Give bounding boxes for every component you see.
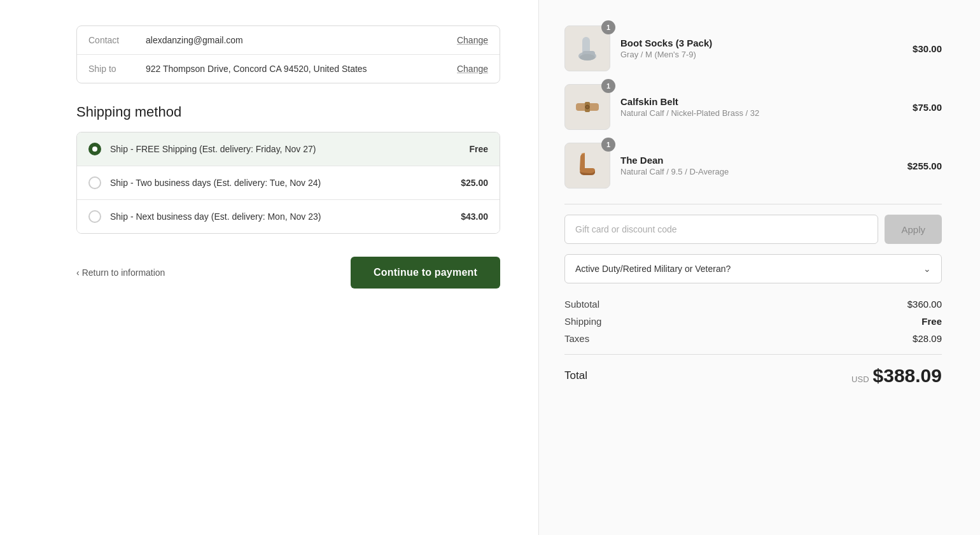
discount-code-input[interactable] [564,215,878,244]
ship-change-link[interactable]: Change [457,64,488,74]
shipping-method-title: Shipping method [76,104,500,120]
currency-label: USD [851,374,869,384]
option-next-day-label: Ship - Next business day (Est. delivery:… [110,211,461,222]
shipping-options: Ship - FREE Shipping (Est. delivery: Fri… [76,132,500,234]
order-item-boot-socks: 1 Boot Socks (3 Pack) Gray / M (Men's 7-… [564,25,942,71]
grand-total-row: Total USD $388.09 [564,365,942,387]
apply-button[interactable]: Apply [885,215,942,244]
shipping-option-free[interactable]: Ship - FREE Shipping (Est. delivery: Fri… [77,132,500,166]
totals-divider [564,354,942,355]
contact-row: Contact alexdanzing@gmail.com Change [77,26,500,54]
return-to-information-link[interactable]: ‹ Return to information [76,268,165,278]
subtotal-row: Subtotal $360.00 [564,299,942,310]
boot-socks-info: Boot Socks (3 Pack) Gray / M (Men's 7-9) [620,38,902,59]
boot-socks-image-wrap: 1 [564,25,610,71]
order-items: 1 Boot Socks (3 Pack) Gray / M (Men's 7-… [564,25,942,189]
bottom-actions: ‹ Return to information Continue to paym… [76,257,500,289]
belt-variant: Natural Calf / Nickel-Plated Brass / 32 [620,108,902,118]
dean-image-wrap: 1 [564,143,610,189]
grand-value-wrap: USD $388.09 [851,365,942,387]
left-panel: Contact alexdanzing@gmail.com Change Shi… [0,0,539,535]
svg-point-7 [585,105,589,109]
contact-label: Contact [88,35,146,45]
boot-socks-variant: Gray / M (Men's 7-9) [620,50,902,59]
order-item-dean: 1 The Dean Natural Calf / 9.5 / D-Averag… [564,143,942,189]
shipping-option-next-day[interactable]: Ship - Next business day (Est. delivery:… [77,199,500,233]
belt-svg [571,90,604,124]
belt-image-wrap: 1 [564,84,610,130]
military-label: Active Duty/Retired Military or Veteran? [575,264,731,274]
ship-to-label: Ship to [88,64,146,74]
taxes-row: Taxes $28.09 [564,333,942,344]
dean-variant: Natural Calf / 9.5 / D-Average [620,167,897,176]
items-divider [564,204,942,204]
chevron-down-icon: ⌄ [923,264,931,274]
belt-info: Calfskin Belt Natural Calf / Nickel-Plat… [620,96,902,118]
belt-badge: 1 [601,79,615,93]
belt-price: $75.00 [913,102,942,113]
option-free-label: Ship - FREE Shipping (Est. delivery: Fri… [110,144,469,154]
subtotal-value: $360.00 [907,299,942,310]
boot-socks-svg [571,32,604,65]
radio-next-day [88,210,101,223]
ship-to-row: Ship to 922 Thompson Drive, Concord CA 9… [77,54,500,83]
radio-two-day [88,176,101,189]
info-box: Contact alexdanzing@gmail.com Change Shi… [76,25,500,83]
boot-socks-name: Boot Socks (3 Pack) [620,38,902,48]
military-dropdown[interactable]: Active Duty/Retired Military or Veteran?… [564,254,942,283]
dean-info: The Dean Natural Calf / 9.5 / D-Average [620,155,897,176]
shipping-option-two-day[interactable]: Ship - Two business days (Est. delivery:… [77,166,500,199]
taxes-label: Taxes [564,333,589,344]
total-label: Total [564,369,587,382]
taxes-value: $28.09 [913,333,942,344]
dean-name: The Dean [620,155,897,166]
dean-badge: 1 [601,138,615,152]
boot-socks-price: $30.00 [913,43,942,54]
dean-price: $255.00 [907,160,942,171]
shipping-label: Shipping [564,316,601,327]
dean-svg [571,149,604,182]
svg-point-3 [580,54,595,61]
belt-name: Calfskin Belt [620,96,902,107]
option-free-price: Free [469,144,488,154]
grand-total-value: $388.09 [873,365,942,387]
totals-section: Subtotal $360.00 Shipping Free Taxes $28… [564,299,942,344]
order-item-belt: 1 Calfskin Belt Natural Calf / Nickel-Pl… [564,84,942,130]
return-link-text: Return to information [82,268,165,278]
ship-to-value: 922 Thompson Drive, Concord CA 94520, Un… [146,64,457,74]
chevron-left-icon: ‹ [76,268,80,278]
discount-row: Apply [564,215,942,244]
option-next-day-price: $43.00 [461,211,488,222]
continue-to-payment-button[interactable]: Continue to payment [351,257,500,289]
subtotal-label: Subtotal [564,299,599,310]
radio-free [88,143,101,155]
contact-change-link[interactable]: Change [457,35,488,45]
option-two-day-label: Ship - Two business days (Est. delivery:… [110,178,461,188]
boot-socks-badge: 1 [601,20,615,34]
option-two-day-price: $25.00 [461,178,488,188]
right-panel: 1 Boot Socks (3 Pack) Gray / M (Men's 7-… [539,0,980,535]
shipping-value: Free [921,316,942,327]
contact-value: alexdanzing@gmail.com [146,35,457,45]
shipping-row: Shipping Free [564,316,942,327]
